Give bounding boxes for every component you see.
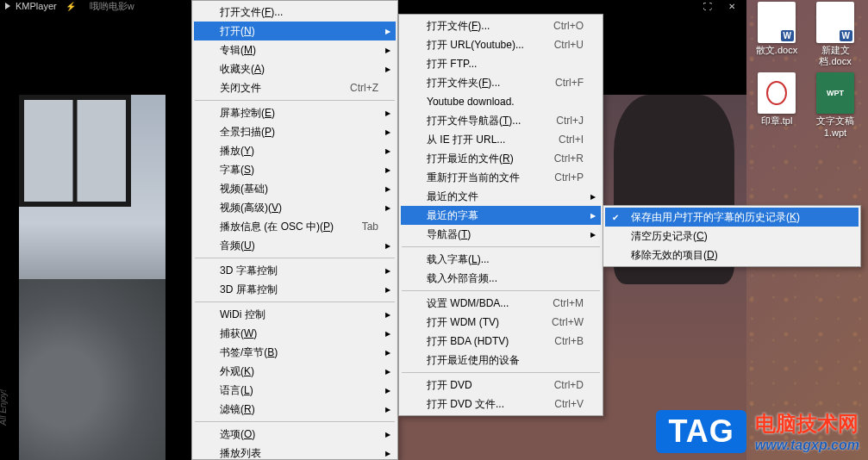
menu-item-label: 打开 DVD bbox=[427, 378, 472, 393]
menu-item[interactable]: 关闭文件Ctrl+Z bbox=[194, 78, 396, 97]
menu-item-label: 滤镜(R) bbox=[220, 402, 255, 417]
menu-item[interactable]: 打开(N) bbox=[194, 22, 396, 40]
video-still-left bbox=[19, 95, 165, 460]
icon-label: 新建文档.docx bbox=[809, 45, 861, 67]
menu-item[interactable]: 播放列表 bbox=[194, 444, 396, 460]
menu-item[interactable]: 书签/章节(B) bbox=[194, 343, 396, 362]
menu-item-label: 播放列表 bbox=[220, 446, 261, 461]
menu-item-shortcut: Ctrl+U bbox=[554, 39, 584, 51]
menu-item-label: 播放(Y) bbox=[220, 144, 254, 159]
menu-item[interactable]: 清空历史记录(C) bbox=[605, 227, 859, 246]
submenu-recent-subtitles: 保存由用户打开的字幕的历史记录(K)✔清空历史记录(C)移除无效的项目(D) bbox=[603, 205, 861, 267]
docx-icon bbox=[816, 2, 854, 43]
menu-item[interactable]: 打开文件夹(F)...Ctrl+F bbox=[401, 73, 601, 92]
video-window-prop bbox=[19, 95, 131, 207]
menu-item[interactable]: 移除无效的项目(D) bbox=[605, 246, 859, 264]
menu-item[interactable]: 打开文件(F)...Ctrl+O bbox=[401, 16, 601, 35]
menu-item[interactable]: 外观(K) bbox=[194, 362, 396, 381]
menu-item[interactable]: 专辑(M) bbox=[194, 40, 396, 59]
menu-item[interactable]: 收藏夹(A) bbox=[194, 59, 396, 78]
menu-item[interactable]: 打开 URL(Youtube)...Ctrl+U bbox=[401, 35, 601, 54]
menu-item[interactable]: 打开 DVDCtrl+D bbox=[401, 376, 601, 395]
bolt-icon: ⚡ bbox=[66, 2, 76, 11]
menu-separator bbox=[195, 258, 395, 258]
menu-item[interactable]: 语言(L) bbox=[194, 381, 396, 400]
menu-item-label: 打开(N) bbox=[220, 24, 255, 39]
menu-item[interactable]: 3D 字幕控制 bbox=[194, 261, 396, 280]
menu-item[interactable]: 屏幕控制(E) bbox=[194, 103, 396, 122]
menu-separator bbox=[195, 301, 395, 302]
menu-item[interactable]: 打开最近的文件(R)Ctrl+R bbox=[401, 149, 601, 168]
menu-item-label: 视频(基础) bbox=[220, 182, 268, 196]
menu-item[interactable]: 导航器(T) bbox=[401, 225, 601, 244]
menu-item-label: 保存由用户打开的字幕的历史记录(K) bbox=[631, 210, 800, 225]
desktop-icon[interactable]: 散文.docx bbox=[751, 2, 802, 67]
menu-item[interactable]: 音频(U) bbox=[194, 236, 396, 255]
desktop-icons: 散文.docx 新建文档.docx 印章.tpl 文字文稿1.wpt bbox=[751, 2, 863, 144]
menu-item[interactable]: 全景扫描(P) bbox=[194, 122, 396, 141]
desktop-icon[interactable]: 文字文稿1.wpt bbox=[809, 72, 861, 138]
menu-item-shortcut: Ctrl+O bbox=[553, 20, 584, 32]
menu-item-label: 关闭文件 bbox=[220, 81, 261, 96]
menu-separator bbox=[402, 372, 600, 373]
window-controls: ⛶ ✕ bbox=[696, 0, 743, 12]
menu-item[interactable]: 字幕(S) bbox=[194, 160, 396, 179]
fullscreen-button[interactable]: ⛶ bbox=[696, 0, 719, 12]
menu-item-label: 导航器(T) bbox=[427, 227, 471, 242]
player-window-left: KMPlayer ⚡ 哦哟电影w All Enjoy! bbox=[0, 0, 191, 460]
menu-item-shortcut: Ctrl+F bbox=[555, 77, 584, 89]
menu-item[interactable]: 从 IE 打开 URL...Ctrl+I bbox=[401, 130, 601, 149]
menu-item-shortcut: Ctrl+M bbox=[553, 297, 584, 309]
menu-separator bbox=[195, 421, 395, 422]
icon-label: 文字文稿1.wpt bbox=[809, 115, 861, 138]
menu-item[interactable]: 滤镜(R) bbox=[194, 400, 396, 419]
menu-item-label: 打开 DVD 文件... bbox=[427, 397, 504, 412]
menu-item[interactable]: 播放(Y) bbox=[194, 141, 396, 160]
menu-item-shortcut: Tab bbox=[362, 221, 378, 233]
menu-item-label: 选项(O) bbox=[220, 427, 255, 442]
menu-item[interactable]: 保存由用户打开的字幕的历史记录(K)✔ bbox=[605, 208, 859, 227]
watermark-line2: www.tagxp.com bbox=[755, 438, 859, 453]
menu-item-label: 打开 BDA (HDTV) bbox=[427, 334, 509, 349]
menu-item[interactable]: 载入外部音频... bbox=[401, 269, 601, 288]
menu-item-label: 最近的字幕 bbox=[427, 208, 478, 223]
menu-item-label: 清空历史记录(C) bbox=[631, 229, 708, 244]
menu-item-label: 设置 WDM/BDA... bbox=[427, 296, 509, 311]
menu-item[interactable]: 载入字幕(L)... bbox=[401, 250, 601, 269]
wpt-icon bbox=[816, 72, 854, 114]
menu-item[interactable]: 打开 WDM (TV)Ctrl+W bbox=[401, 313, 601, 332]
menu-item[interactable]: 打开 BDA (HDTV)Ctrl+B bbox=[401, 332, 601, 351]
menu-item[interactable]: 打开 FTP... bbox=[401, 54, 601, 73]
menu-item[interactable]: 3D 屏幕控制 bbox=[194, 280, 396, 299]
menu-item-label: 3D 字幕控制 bbox=[220, 264, 278, 278]
menu-item[interactable]: 打开 DVD 文件...Ctrl+V bbox=[401, 395, 601, 413]
menu-item[interactable]: 最近的文件 bbox=[401, 187, 601, 206]
menu-item[interactable]: 视频(高级)(V) bbox=[194, 198, 396, 217]
watermark-line1: 电脑技术网 bbox=[755, 410, 859, 438]
menu-item[interactable]: WiDi 控制 bbox=[194, 305, 396, 324]
menu-item-label: 收藏夹(A) bbox=[220, 62, 265, 77]
menu-item-label: 语言(L) bbox=[220, 383, 253, 398]
menu-item[interactable]: 视频(基础) bbox=[194, 179, 396, 198]
menu-item[interactable]: 打开文件(F)... bbox=[194, 3, 396, 22]
desktop-icon[interactable]: 印章.tpl bbox=[751, 72, 802, 138]
menu-item[interactable]: 播放信息 (在 OSC 中)(P)Tab bbox=[194, 217, 396, 236]
menu-item[interactable]: 重新打开当前的文件Ctrl+P bbox=[401, 168, 601, 187]
menu-item-label: 全景扫描(P) bbox=[220, 125, 275, 140]
menu-item-label: 外观(K) bbox=[220, 364, 254, 379]
menu-separator bbox=[402, 290, 600, 291]
menu-item[interactable]: 设置 WDM/BDA...Ctrl+M bbox=[401, 294, 601, 313]
menu-item[interactable]: 打开最近使用的设备 bbox=[401, 351, 601, 370]
menu-item-label: 打开文件(F)... bbox=[427, 19, 490, 34]
menu-item[interactable]: 捕获(W) bbox=[194, 324, 396, 343]
watermark-text: 电脑技术网 www.tagxp.com bbox=[755, 410, 859, 453]
video-title: 哦哟电影w bbox=[90, 0, 134, 13]
menu-item[interactable]: Youtube download. bbox=[401, 92, 601, 111]
menu-item-label: WiDi 控制 bbox=[220, 308, 265, 322]
watermark-badge: TAG bbox=[656, 410, 746, 453]
desktop-icon[interactable]: 新建文档.docx bbox=[809, 2, 861, 67]
menu-item[interactable]: 最近的字幕 bbox=[401, 206, 601, 225]
close-button[interactable]: ✕ bbox=[721, 0, 743, 12]
menu-item[interactable]: 选项(O) bbox=[194, 425, 396, 444]
menu-item[interactable]: 打开文件导航器(T)...Ctrl+J bbox=[401, 111, 601, 130]
